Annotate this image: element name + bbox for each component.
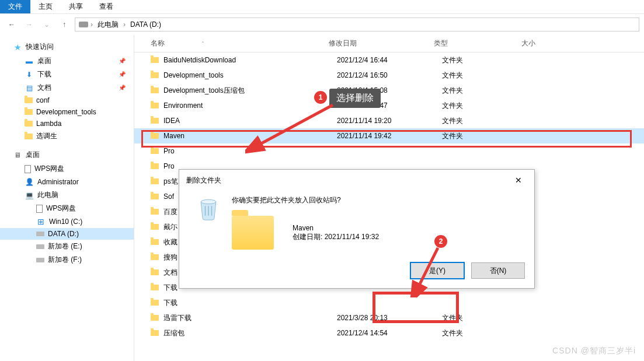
dialog-title: 删除文件夹: [186, 176, 221, 185]
file-name: BaiduNetdiskDownload: [163, 56, 337, 64]
file-row[interactable]: BaiduNetdiskDownload 2021/12/4 16:44 文件夹: [134, 52, 644, 68]
file-row[interactable]: Development_tools 2021/12/4 16:50 文件夹: [134, 68, 644, 83]
sidebar-item-downloads[interactable]: 下载📌: [0, 68, 134, 81]
sidebar-item-c[interactable]: Win10 (C:): [0, 215, 134, 228]
dialog-question: 你确实要把此文件夹放入回收站吗?: [232, 195, 523, 205]
menu-home[interactable]: 主页: [30, 0, 61, 13]
nav-up-icon[interactable]: ↑: [57, 17, 71, 31]
file-name: 压缩包: [163, 328, 337, 338]
folder-icon: [151, 148, 159, 154]
file-row[interactable]: 压缩包 2021/12/4 14:54 文件夹: [134, 325, 644, 341]
file-type: 文件夹: [442, 116, 530, 126]
folder-icon: [25, 121, 33, 127]
menu-file[interactable]: 文件: [0, 0, 30, 13]
delete-dialog: 删除文件夹 ✕ 你确实要把此文件夹放入回收站吗? Maven 创建日期: 202…: [179, 169, 535, 289]
sidebar: 快速访问 桌面📌 下载📌 文档📌 conf Development_tools …: [0, 35, 134, 361]
sidebar-item-xds[interactable]: 选调生: [0, 129, 134, 143]
yes-button[interactable]: 是(Y): [410, 262, 464, 279]
folder-icon: [25, 109, 33, 115]
folder-icon: [151, 330, 159, 336]
sidebar-item-d[interactable]: DATA (D:): [0, 228, 134, 240]
folder-icon: [151, 194, 159, 199]
sidebar-item-wps[interactable]: WPS网盘: [0, 162, 134, 176]
highlight-yes-button: [373, 292, 459, 323]
file-type: 文件夹: [442, 131, 530, 141]
menu-bar: 文件 主页 共享 查看: [0, 0, 644, 14]
col-size[interactable]: 大小: [521, 38, 580, 48]
col-name[interactable]: 名称ˆ: [151, 38, 329, 48]
sidebar-quick-access[interactable]: 快速访问: [0, 40, 134, 54]
folder-icon: [151, 269, 159, 275]
file-row[interactable]: Environment 2021/12/4 17:47 文件夹: [134, 98, 644, 113]
pin-icon: 📌: [119, 71, 126, 78]
nav-history-icon[interactable]: ⌄: [40, 17, 54, 31]
chevron-right-icon: ›: [123, 20, 126, 29]
desktop-icon: [25, 57, 34, 66]
file-row[interactable]: Development_tools压缩包 2021/12/4 15:08 文件夹: [134, 83, 644, 98]
file-name: Maven: [163, 132, 337, 140]
file-name: Development_tools: [163, 71, 337, 79]
callout-tooltip: 选择删除: [329, 89, 381, 108]
col-type[interactable]: 类型: [434, 38, 521, 48]
folder-icon: [151, 254, 159, 260]
sidebar-item-conf[interactable]: conf: [0, 94, 134, 106]
close-icon[interactable]: ✕: [510, 174, 527, 186]
folder-icon: [25, 97, 33, 103]
folder-icon: [25, 134, 33, 139]
file-type: 文件夹: [442, 71, 530, 80]
file-date: 2021/12/4 16:44: [337, 56, 442, 64]
address-bar[interactable]: › 此电脑 › DATA (D:): [75, 17, 639, 31]
sidebar-item-f[interactable]: 新加卷 (F:): [0, 253, 134, 267]
no-button[interactable]: 否(N): [471, 262, 525, 279]
sidebar-item-documents[interactable]: 文档📌: [0, 81, 134, 94]
folder-icon: [151, 239, 159, 245]
file-row[interactable]: Pro: [134, 143, 644, 159]
step-badge-1: 1: [314, 91, 327, 104]
sidebar-item-thispc[interactable]: 此电脑: [0, 188, 134, 202]
file-name: Development_tools压缩包: [163, 86, 337, 96]
folder-icon: [151, 72, 159, 78]
menu-view[interactable]: 查看: [91, 0, 121, 13]
pin-icon: 📌: [119, 85, 126, 91]
folder-icon: [151, 133, 159, 139]
sidebar-item-admin[interactable]: Administrator: [0, 176, 134, 188]
nav-forward-icon[interactable]: →: [22, 17, 36, 31]
folder-icon: [151, 300, 159, 306]
file-name: 迅雷下载: [163, 313, 337, 323]
file-row[interactable]: IDEA 2021/11/14 19:20 文件夹: [134, 113, 644, 128]
windows-icon: [36, 217, 46, 226]
sidebar-desktop[interactable]: 桌面: [0, 148, 134, 162]
drive-icon: [79, 22, 88, 27]
crumb-pc[interactable]: 此电脑: [95, 19, 121, 31]
file-row[interactable]: Maven 2021/11/14 19:42 文件夹: [134, 128, 644, 143]
file-type: 文件夹: [442, 328, 530, 338]
sidebar-item-e[interactable]: 新加卷 (E:): [0, 240, 134, 253]
pin-icon: 📌: [119, 58, 126, 64]
sidebar-item-wps2[interactable]: WPS网盘: [0, 202, 134, 215]
crumb-drive[interactable]: DATA (D:): [128, 19, 163, 30]
chevron-right-icon: ›: [90, 20, 93, 29]
sidebar-item-desktop[interactable]: 桌面📌: [0, 54, 134, 68]
user-icon: [25, 177, 34, 187]
disk-icon: [36, 244, 44, 249]
nav-bar: ← → ⌄ ↑ › 此电脑 › DATA (D:): [0, 14, 644, 35]
file-date: 2021/12/4 14:54: [337, 329, 442, 337]
folder-icon: [151, 178, 159, 184]
file-name: Pro: [163, 147, 337, 155]
folder-icon: [151, 315, 159, 321]
file-name: Environment: [163, 101, 337, 110]
file-date: 2021/11/14 19:20: [337, 117, 442, 125]
column-headers: 名称ˆ 修改日期 类型 大小: [134, 35, 644, 52]
page-icon: [25, 165, 31, 173]
menu-share[interactable]: 共享: [61, 0, 91, 13]
folder-icon: [151, 57, 159, 63]
nav-back-icon[interactable]: ←: [5, 17, 19, 31]
folder-icon: [151, 163, 159, 169]
step-badge-2: 2: [434, 235, 447, 248]
sidebar-item-devtools[interactable]: Development_tools: [0, 106, 134, 118]
folder-icon: [151, 209, 159, 215]
sidebar-item-lambda[interactable]: Lambda: [0, 118, 134, 129]
star-icon: [13, 43, 22, 52]
col-date[interactable]: 修改日期: [329, 38, 434, 48]
file-type: 文件夹: [442, 86, 530, 96]
